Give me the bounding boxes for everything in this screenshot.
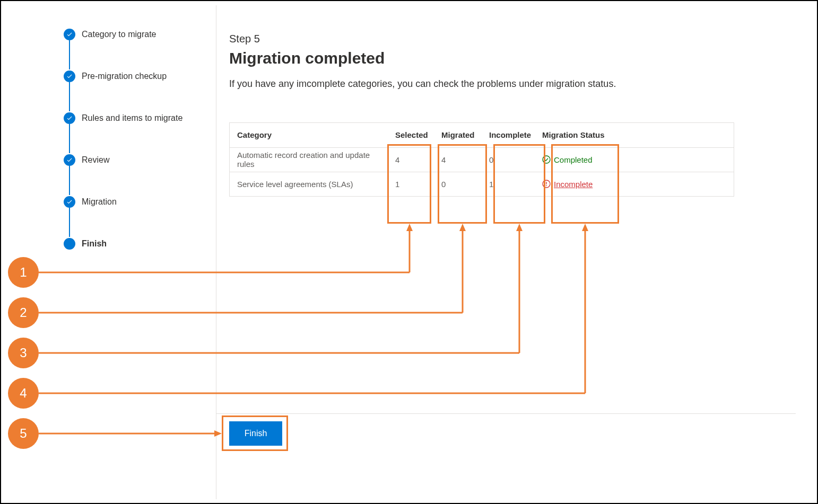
svg-marker-12	[516, 224, 523, 231]
step-label: Pre-migration checkup	[82, 72, 167, 81]
step-finish[interactable]: Finish	[64, 237, 212, 251]
step-label: Migration	[82, 197, 117, 207]
step-number: Step 5	[229, 33, 796, 45]
step-rules-and-items[interactable]: Rules and items to migrate	[64, 111, 212, 125]
check-icon	[64, 70, 75, 82]
step-label: Finish	[82, 239, 107, 249]
highlight-box-finish	[222, 415, 288, 451]
step-label: Rules and items to migrate	[82, 113, 182, 123]
highlight-box-status	[551, 144, 619, 224]
highlight-box-migrated	[438, 144, 487, 224]
current-step-dot-icon	[64, 238, 75, 250]
check-icon	[64, 112, 75, 124]
callout-bubble-3: 3	[8, 338, 39, 368]
footer-divider	[216, 413, 796, 414]
vertical-divider	[216, 5, 216, 499]
step-label: Review	[82, 155, 109, 165]
wizard-stepper: Category to migrate Pre-migration checku…	[64, 28, 212, 251]
step-migration[interactable]: Migration	[64, 195, 212, 209]
svg-marker-9	[459, 224, 466, 231]
check-icon	[64, 196, 75, 208]
highlight-box-incomplete	[493, 144, 545, 224]
page-description: If you have any imcomplete categories, y…	[229, 77, 616, 91]
check-icon	[64, 29, 75, 40]
svg-point-3	[546, 185, 547, 187]
cell-category: Service level agreements (SLAs)	[230, 172, 389, 196]
callout-bubble-2: 2	[8, 297, 39, 328]
callout-bubble-4: 4	[8, 378, 39, 409]
highlight-box-selected	[387, 144, 431, 224]
step-label: Category to migrate	[82, 30, 156, 39]
page-title: Migration completed	[229, 49, 796, 67]
check-icon	[64, 154, 75, 166]
step-category-to-migrate[interactable]: Category to migrate	[64, 28, 212, 41]
callout-bubble-5: 5	[8, 418, 39, 449]
svg-marker-6	[406, 224, 413, 231]
cell-category: Automatic record creation and update rul…	[230, 147, 389, 172]
callout-bubble-1: 1	[8, 257, 39, 288]
col-category: Category	[230, 123, 389, 147]
step-review[interactable]: Review	[64, 153, 212, 167]
step-pre-migration-checkup[interactable]: Pre-migration checkup	[64, 69, 212, 83]
svg-marker-15	[582, 224, 588, 231]
